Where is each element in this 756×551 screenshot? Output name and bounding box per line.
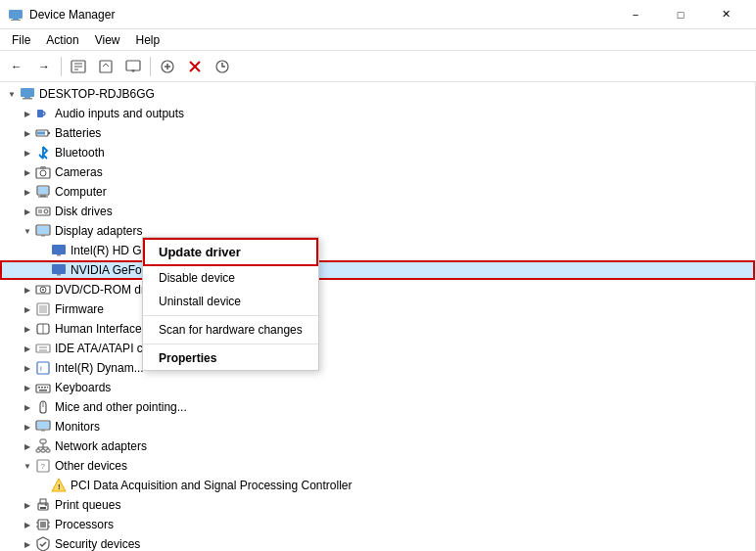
- network-label: Network adapters: [55, 439, 147, 453]
- menu-view[interactable]: View: [87, 31, 128, 49]
- tree-item-intel-dyn[interactable]: ▶ i Intel(R) Dynam...: [0, 358, 755, 378]
- tree-item-processors[interactable]: ▶ Processors: [0, 515, 755, 534]
- computer-icon: [20, 86, 35, 102]
- mice-label: Mice and other pointing...: [55, 400, 187, 414]
- context-menu-disable[interactable]: Disable device: [143, 266, 318, 290]
- context-menu-scan[interactable]: Scan for hardware changes: [143, 318, 318, 342]
- menu-help[interactable]: Help: [128, 31, 168, 49]
- window-title: Device Manager: [29, 8, 613, 22]
- device-tree[interactable]: ▼ DESKTOP-RDJB6GG ▶: [0, 82, 755, 551]
- minimize-button[interactable]: −: [613, 0, 658, 29]
- expand-batteries[interactable]: ▶: [20, 125, 35, 141]
- mice-icon: [35, 399, 51, 415]
- close-button[interactable]: ✕: [703, 0, 748, 29]
- tree-item-mice[interactable]: ▶ Mice and other pointing...: [0, 397, 755, 417]
- svg-rect-62: [40, 439, 46, 443]
- tree-item-bluetooth[interactable]: ▶ Bluetooth: [0, 143, 755, 162]
- scan-button[interactable]: [93, 55, 118, 78]
- tree-item-firmware[interactable]: ▶ Firmware: [0, 299, 755, 319]
- properties-button[interactable]: [66, 55, 91, 78]
- menu-action[interactable]: Action: [38, 31, 86, 49]
- tree-item-cameras[interactable]: ▶ Cameras: [0, 162, 755, 182]
- menu-bar: File Action View Help: [0, 29, 756, 51]
- tree-root[interactable]: ▼ DESKTOP-RDJB6GG: [0, 84, 755, 104]
- expand-root[interactable]: ▼: [4, 86, 20, 102]
- svg-rect-8: [126, 61, 140, 70]
- expand-display[interactable]: ▼: [20, 223, 35, 239]
- remove-button[interactable]: [182, 55, 208, 78]
- cameras-label: Cameras: [55, 165, 103, 179]
- firmware-icon: [35, 301, 51, 317]
- display-icon: [35, 223, 51, 239]
- tree-item-network[interactable]: ▶ Network adapters: [0, 436, 755, 456]
- expand-hid[interactable]: ▶: [20, 321, 35, 337]
- svg-rect-34: [37, 226, 49, 234]
- svg-rect-15: [21, 88, 34, 97]
- expand-processors[interactable]: ▶: [20, 517, 35, 532]
- forward-button[interactable]: →: [31, 55, 57, 78]
- network-icon: [35, 438, 51, 454]
- keyboards-icon: [35, 380, 51, 395]
- svg-rect-20: [37, 132, 45, 135]
- bluetooth-label: Bluetooth: [55, 146, 105, 160]
- svg-rect-35: [41, 235, 45, 237]
- expand-security[interactable]: ▶: [20, 536, 35, 551]
- expand-firmware[interactable]: ▶: [20, 301, 35, 317]
- svg-point-23: [40, 170, 46, 176]
- back-button[interactable]: ←: [4, 55, 29, 78]
- tree-item-ide[interactable]: ▶ IDE ATA/ATAPI controllers: [0, 339, 755, 358]
- context-menu-properties[interactable]: Properties: [143, 346, 318, 370]
- svg-rect-18: [37, 110, 43, 117]
- toolbar-sep-1: [61, 57, 62, 76]
- menu-file[interactable]: File: [4, 31, 38, 49]
- expand-disk[interactable]: ▶: [20, 204, 35, 219]
- svg-rect-38: [52, 264, 66, 274]
- expand-intel-dyn[interactable]: ▶: [20, 360, 35, 376]
- hid-icon: [35, 321, 51, 337]
- svg-rect-57: [39, 390, 47, 391]
- tree-item-display[interactable]: ▼ Display adapters: [0, 221, 755, 241]
- tree-item-pci[interactable]: ! PCI Data Acquisition and Signal Proces…: [0, 476, 755, 495]
- tree-item-nvidia[interactable]: NVIDIA GeForce 940M: [0, 260, 755, 280]
- expand-print[interactable]: ▶: [20, 497, 35, 513]
- context-menu-update-driver[interactable]: Update driver: [143, 238, 318, 266]
- tree-item-audio[interactable]: ▶ Audio inputs and outputs: [0, 104, 755, 123]
- expand-cameras[interactable]: ▶: [20, 164, 35, 180]
- expand-other[interactable]: ▼: [20, 458, 35, 474]
- svg-rect-63: [36, 449, 40, 452]
- other-icon: ?: [35, 458, 51, 474]
- tree-item-hid[interactable]: ▶ Human Interface Devices: [0, 319, 755, 339]
- expand-ide[interactable]: ▶: [20, 341, 35, 356]
- expand-bluetooth[interactable]: ▶: [20, 145, 35, 161]
- tree-item-dvd[interactable]: ▶ DVD/CD-ROM drives: [0, 280, 755, 299]
- tree-item-intel-hd[interactable]: Intel(R) HD Graphics 520: [0, 241, 755, 260]
- svg-rect-56: [47, 387, 48, 389]
- expand-mice[interactable]: ▶: [20, 399, 35, 415]
- tree-item-other[interactable]: ▼ ? Other devices: [0, 456, 755, 476]
- batteries-label: Batteries: [55, 126, 101, 140]
- expand-network[interactable]: ▶: [20, 438, 35, 454]
- expand-audio[interactable]: ▶: [20, 106, 35, 121]
- tree-item-monitors[interactable]: ▶ Monitors: [0, 417, 755, 436]
- update-button[interactable]: [210, 55, 235, 78]
- expand-monitors[interactable]: ▶: [20, 419, 35, 435]
- processors-label: Processors: [55, 518, 114, 531]
- tree-item-security[interactable]: ▶ Security devices: [0, 534, 755, 551]
- tree-item-keyboards[interactable]: ▶ Keyboards: [0, 378, 755, 397]
- expand-dvd[interactable]: ▶: [20, 282, 35, 298]
- tree-item-computer[interactable]: ▶ Computer: [0, 182, 755, 202]
- svg-rect-28: [38, 197, 48, 198]
- add-button[interactable]: [155, 55, 180, 78]
- display-button[interactable]: [120, 55, 146, 78]
- expand-keyboards[interactable]: ▶: [20, 380, 35, 395]
- context-menu-sep: [143, 315, 318, 316]
- tree-item-disk[interactable]: ▶ Disk drives: [0, 202, 755, 221]
- svg-rect-0: [9, 10, 23, 19]
- maximize-button[interactable]: □: [658, 0, 703, 29]
- tree-item-batteries[interactable]: ▶ Batteries: [0, 123, 755, 143]
- context-menu-uninstall[interactable]: Uninstall device: [143, 290, 318, 313]
- tree-item-print[interactable]: ▶ Print queues: [0, 495, 755, 515]
- expand-computer[interactable]: ▶: [20, 184, 35, 200]
- print-icon: [35, 497, 51, 513]
- svg-rect-52: [36, 385, 50, 392]
